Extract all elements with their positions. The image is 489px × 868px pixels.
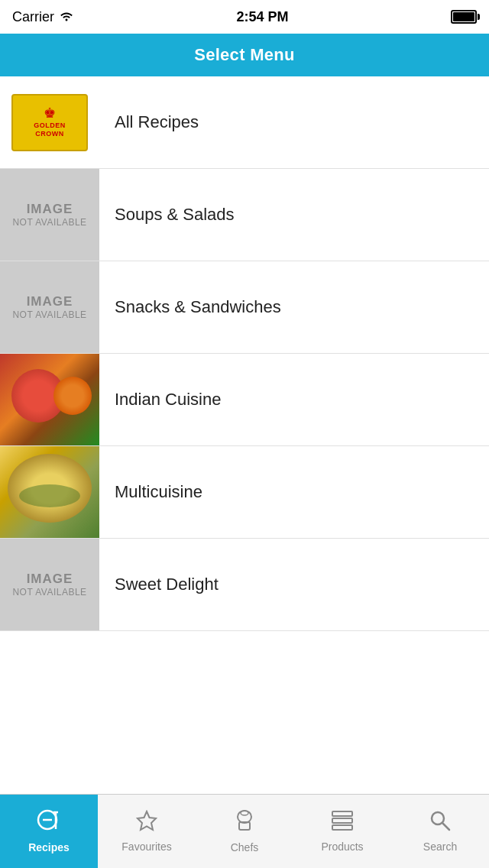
svg-rect-9 bbox=[332, 818, 352, 823]
menu-item-all-recipes[interactable]: ♚ GOLDENCROWN All Recipes bbox=[0, 76, 489, 169]
crown-icon: ♚ bbox=[44, 106, 56, 120]
tab-favourites-label: Favourites bbox=[121, 840, 171, 853]
menu-item-label-sweet: Sweet Delight bbox=[99, 575, 219, 594]
menu-item-label-indian: Indian Cuisine bbox=[99, 390, 221, 410]
tab-products[interactable]: Products bbox=[293, 795, 391, 868]
menu-item-image-soups: IMAGE NOT AVAILABLE bbox=[0, 169, 99, 261]
tab-favourites[interactable]: Favourites bbox=[98, 795, 196, 868]
menu-item-snacks[interactable]: IMAGE NOT AVAILABLE Snacks & Sandwiches bbox=[0, 261, 489, 354]
tab-products-label: Products bbox=[321, 840, 363, 853]
recipes-icon bbox=[37, 809, 61, 837]
svg-line-12 bbox=[442, 823, 449, 830]
menu-item-sweet[interactable]: IMAGE NOT AVAILABLE Sweet Delight bbox=[0, 539, 489, 631]
menu-item-label-multi: Multicuisine bbox=[99, 482, 202, 502]
carrier-text: Carrier bbox=[12, 9, 54, 25]
svg-marker-4 bbox=[138, 811, 156, 830]
wifi-icon bbox=[59, 9, 74, 24]
chefs-icon bbox=[234, 809, 255, 837]
placeholder-text2: NOT AVAILABLE bbox=[12, 217, 86, 228]
tab-recipes[interactable]: Recipes bbox=[0, 795, 98, 868]
menu-item-multi[interactable]: Multicuisine bbox=[0, 446, 489, 539]
tab-search[interactable]: Search bbox=[391, 795, 489, 868]
golden-crown-logo: ♚ GOLDENCROWN bbox=[0, 76, 99, 168]
menu-item-image-multi bbox=[0, 446, 99, 538]
menu-item-image-snacks: IMAGE NOT AVAILABLE bbox=[0, 261, 99, 353]
menu-item-soups-salads[interactable]: IMAGE NOT AVAILABLE Soups & Salads bbox=[0, 169, 489, 261]
svg-point-5 bbox=[238, 811, 251, 823]
menu-item-label-all-recipes: All Recipes bbox=[99, 112, 199, 132]
menu-list: ♚ GOLDENCROWN All Recipes IMAGE NOT AVAI… bbox=[0, 76, 489, 794]
menu-item-image-sweet: IMAGE NOT AVAILABLE bbox=[0, 539, 99, 630]
menu-item-label-snacks: Snacks & Sandwiches bbox=[99, 297, 281, 317]
search-icon bbox=[429, 810, 451, 837]
tab-recipes-label: Recipes bbox=[28, 841, 70, 853]
favourites-icon bbox=[136, 810, 157, 837]
carrier-wifi: Carrier bbox=[12, 9, 74, 25]
placeholder-text2: NOT AVAILABLE bbox=[12, 587, 86, 598]
tab-bar: Recipes Favourites Chefs bbox=[0, 794, 489, 868]
menu-item-image-indian bbox=[0, 354, 99, 445]
status-time: 2:54 PM bbox=[236, 9, 288, 25]
svg-rect-10 bbox=[332, 825, 352, 830]
svg-rect-8 bbox=[332, 811, 352, 816]
battery-icon bbox=[451, 10, 477, 24]
placeholder-text1: IMAGE bbox=[27, 294, 73, 309]
header-title: Select Menu bbox=[194, 45, 295, 65]
menu-item-indian[interactable]: Indian Cuisine bbox=[0, 354, 489, 446]
tab-chefs[interactable]: Chefs bbox=[196, 795, 293, 868]
status-bar: Carrier 2:54 PM bbox=[0, 0, 489, 34]
menu-item-image-all-recipes: ♚ GOLDENCROWN bbox=[0, 76, 99, 168]
placeholder-text1: IMAGE bbox=[27, 202, 73, 217]
header: Select Menu bbox=[0, 34, 489, 76]
status-battery bbox=[451, 10, 477, 24]
placeholder-text1: IMAGE bbox=[27, 572, 73, 587]
products-icon bbox=[331, 810, 354, 837]
menu-item-label-soups: Soups & Salads bbox=[99, 205, 235, 225]
tab-search-label: Search bbox=[423, 840, 457, 853]
tab-chefs-label: Chefs bbox=[231, 841, 259, 853]
placeholder-text2: NOT AVAILABLE bbox=[12, 309, 86, 320]
